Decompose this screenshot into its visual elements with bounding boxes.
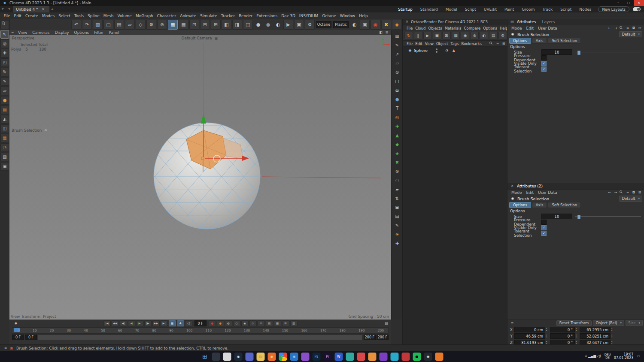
renderer-field[interactable]: Octane: [316, 21, 331, 28]
menu-item[interactable]: Extensions: [255, 14, 279, 18]
grid-snap-icon[interactable]: ▦: [168, 20, 178, 30]
octane-menu-item[interactable]: Objects: [427, 26, 444, 30]
material-sphere-3-icon[interactable]: ◐: [273, 20, 283, 29]
live-selection-icon[interactable]: ◎: [0, 39, 9, 48]
tolerant-selection-checkbox-2[interactable]: [541, 231, 547, 236]
size-slider-knob-2[interactable]: [577, 215, 580, 219]
goto-end-icon[interactable]: ▶|: [161, 320, 168, 326]
rotation-x-spinner[interactable]: [576, 328, 579, 332]
record-icon[interactable]: ●: [209, 320, 216, 326]
spotify-icon[interactable]: ●: [413, 353, 421, 361]
magnet-tool-icon[interactable]: ◭: [0, 115, 9, 124]
solo-icon[interactable]: ◨: [232, 20, 242, 30]
scale-tool-icon[interactable]: ◰: [0, 58, 9, 67]
menu-item[interactable]: Modes: [40, 14, 56, 18]
render-view-icon[interactable]: ▶: [283, 20, 293, 30]
position-x-spinner[interactable]: [546, 328, 549, 332]
tab-axis[interactable]: Axis: [532, 38, 547, 44]
layout-item[interactable]: UVEdit: [480, 7, 501, 12]
rotation-z-field[interactable]: 0 °: [550, 340, 575, 344]
object-manager-menu-item[interactable]: Bookmarks: [460, 42, 483, 46]
tolerant-selection-checkbox[interactable]: [541, 66, 547, 72]
make-editable-icon[interactable]: ▧: [93, 20, 103, 30]
octane-region-icon[interactable]: ▣: [433, 32, 441, 39]
tray-chevron-icon[interactable]: ∧: [585, 354, 587, 359]
menu-item[interactable]: Tracker: [219, 14, 237, 18]
menu-item[interactable]: Animate: [178, 14, 198, 18]
rotation-y-spinner[interactable]: [576, 334, 579, 338]
layout-item[interactable]: Track: [539, 7, 557, 12]
size-x-field[interactable]: 65.2955 cm: [580, 327, 611, 332]
zoom-tool-icon[interactable]: [0, 21, 9, 29]
layout-item[interactable]: Startup: [394, 7, 416, 12]
polygon-selection-tag-icon[interactable]: ▲: [451, 48, 456, 53]
model-mode-icon[interactable]: ▢: [103, 20, 113, 30]
nav-back-icon[interactable]: ←: [607, 190, 612, 195]
size-mode-dropdown[interactable]: Size: [626, 320, 643, 326]
record-rotation-icon[interactable]: ◉: [241, 320, 249, 326]
firefox-icon[interactable]: ◉: [268, 353, 276, 361]
keyframe-presets-icon[interactable]: ▤: [266, 320, 273, 326]
range-end-handle[interactable]: 200 F: [364, 335, 376, 340]
attributes-menu-item[interactable]: Edit: [524, 26, 536, 30]
range-end-field[interactable]: 200 F: [377, 335, 389, 340]
app-violet-icon[interactable]: [380, 353, 388, 361]
attributes-menu-item[interactable]: Mode: [509, 190, 524, 195]
gear-icon[interactable]: ⚙: [146, 20, 156, 30]
github-icon[interactable]: ◉: [424, 353, 432, 361]
object-manager-menu-item[interactable]: Tags: [450, 42, 460, 46]
snap-icon[interactable]: ◇: [136, 20, 146, 30]
rotation-z-spinner[interactable]: [576, 341, 579, 344]
premiere-icon[interactable]: Pr: [324, 353, 332, 361]
embergen-logo-icon[interactable]: ◆: [392, 20, 402, 30]
app-purple-icon[interactable]: [301, 353, 310, 361]
preset-dropdown-2[interactable]: Default: [619, 196, 642, 202]
file-explorer-icon[interactable]: ▨: [257, 353, 265, 361]
attributes-menu-item[interactable]: User Data: [536, 190, 559, 195]
move-tool-icon[interactable]: ✚: [0, 49, 9, 57]
status-project-icon[interactable]: ▣: [9, 346, 14, 350]
om-layout-icon[interactable]: ⊞: [501, 41, 506, 46]
phong-tag-icon[interactable]: ◔: [444, 48, 450, 53]
pressure-dependent-checkbox-2[interactable]: [541, 220, 547, 225]
network-icon[interactable]: ▂▄▆: [588, 354, 596, 359]
viewport-menu-item[interactable]: Panel: [106, 30, 122, 35]
edges-mode-icon[interactable]: ⊟: [200, 20, 210, 30]
range-start-field[interactable]: 0 F: [12, 335, 24, 340]
position-z-field[interactable]: -81.6193 cm: [514, 340, 545, 344]
viewport-menu-item[interactable]: View: [15, 30, 30, 35]
rotation-x-field[interactable]: 0 °: [550, 327, 575, 332]
undo-nav-icon[interactable]: ↶: [0, 7, 6, 12]
sculpt-tool-icon[interactable]: ▱: [0, 87, 9, 95]
search-icon[interactable]: [619, 190, 624, 195]
polygons-mode-icon[interactable]: ⊞: [211, 20, 221, 30]
attributes-menu-item[interactable]: Mode: [509, 26, 524, 30]
viewport-handle-icon[interactable]: ≡: [10, 30, 15, 35]
visible-only-checkbox[interactable]: [541, 61, 547, 66]
close-tab-icon[interactable]: ×: [41, 7, 46, 12]
render-picture-viewer-icon[interactable]: ▣: [294, 20, 304, 30]
editor-visibility-dot[interactable]: [436, 48, 437, 50]
text-tool-icon[interactable]: T: [393, 105, 401, 112]
object-row-sphere[interactable]: ◉ Sphere ◔▲: [403, 48, 507, 53]
quantize-icon[interactable]: ▦: [179, 20, 188, 30]
language-indicator[interactable]: DEU DE: [605, 353, 611, 360]
size-slider-2[interactable]: [575, 214, 641, 219]
attributes-menu-item[interactable]: User Data: [536, 26, 559, 30]
size-slider-knob[interactable]: [577, 51, 580, 55]
material-field[interactable]: Plastic: [333, 21, 349, 28]
visible-only-checkbox-2[interactable]: [541, 225, 547, 230]
object-manager-menu-item[interactable]: Object: [435, 42, 450, 46]
brush-selection-tool-icon[interactable]: ◉: [510, 32, 515, 37]
octane-settings-icon[interactable]: ⚙: [498, 32, 507, 39]
document-tab[interactable]: Untitled 4 * ×: [13, 6, 49, 12]
octane-lock-icon[interactable]: ⊠: [442, 32, 451, 39]
pen-tool-icon[interactable]: ✎: [0, 77, 9, 86]
size-x-spinner[interactable]: [611, 328, 614, 332]
taskbar-clock[interactable]: 19:07 07.01.2023: [614, 353, 634, 360]
measure-icon[interactable]: ↗: [393, 51, 401, 58]
layout-item[interactable]: Model: [442, 7, 461, 12]
smooth-tool-icon[interactable]: ◔: [0, 143, 9, 152]
brush-cursor-icon[interactable]: ⊕: [43, 128, 48, 133]
menu-item[interactable]: Simulate: [198, 14, 219, 18]
